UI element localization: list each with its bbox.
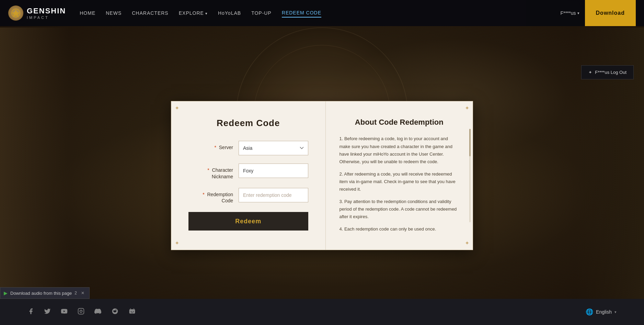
nav-redeem-code[interactable]: REDEEM CODE: [282, 9, 321, 18]
svg-point-6: [131, 311, 132, 312]
navbar-right: F****us Download: [560, 0, 636, 26]
redeem-submit-button[interactable]: Redeem: [188, 212, 308, 231]
modal-title: Redeem Code: [188, 118, 308, 128]
facebook-icon[interactable]: [27, 308, 34, 316]
logo-title: GENSHIN: [27, 7, 66, 15]
character-label-text: CharacterNickname: [212, 167, 233, 179]
instagram-icon[interactable]: [78, 308, 84, 316]
logout-text[interactable]: F****us Log Out: [595, 70, 626, 75]
about-point-2: 2. After redeeming a code, you will rece…: [340, 170, 459, 193]
language-dropdown-arrow[interactable]: ▾: [614, 310, 617, 314]
character-label: * CharacterNickname: [188, 164, 233, 179]
main-content: ✦ ✦ Redeem Code * Server Asia America Eu…: [0, 0, 644, 325]
svg-rect-2: [78, 308, 84, 314]
server-label-text: Server: [219, 145, 233, 150]
logo-subtitle: IMPACT: [27, 15, 66, 20]
character-row: * CharacterNickname: [188, 164, 308, 179]
logout-popup: ✦ F****us Log Out: [581, 65, 634, 79]
about-point-3: 3. Pay attention to the redemption condi…: [340, 198, 459, 221]
server-select[interactable]: Asia America Europe TW, HK, MO: [239, 141, 308, 155]
about-redemption-title: About Code Redemption: [340, 118, 459, 127]
scrollbar-track: [469, 129, 471, 222]
server-row: * Server Asia America Europe TW, HK, MO: [188, 141, 308, 155]
scrollbar-thumb[interactable]: [469, 129, 471, 156]
about-redemption-text: 1. Before redeeming a code, log in to yo…: [340, 135, 459, 233]
nav-hoyolab[interactable]: HoYoLAB: [218, 9, 241, 17]
server-required-star: *: [214, 145, 216, 150]
audio-download-text[interactable]: Download audio from this page: [10, 291, 72, 296]
server-label: * Server: [188, 141, 233, 150]
audio-close-icon[interactable]: ✕: [81, 291, 84, 295]
redemption-code-input[interactable]: [239, 188, 308, 202]
modal-left-panel: Redeem Code * Server Asia America Europe…: [171, 101, 326, 249]
redemption-required-star: *: [203, 192, 204, 197]
footer-right: 🌐 English ▾: [586, 308, 617, 316]
language-label: English: [596, 309, 612, 315]
audio-play-icon: ▶: [4, 290, 8, 296]
youtube-icon[interactable]: [60, 308, 68, 316]
about-point-4: 4. Each redemption code can only be used…: [340, 225, 459, 233]
logo-text-group: GENSHIN IMPACT: [27, 7, 66, 20]
download-button[interactable]: Download: [585, 0, 636, 26]
bilibili-icon[interactable]: [128, 308, 136, 316]
logo[interactable]: GENSHIN IMPACT: [8, 5, 66, 21]
about-point-1: 1. Before redeeming a code, log in to yo…: [340, 135, 459, 165]
nav-topup[interactable]: TOP-UP: [251, 9, 272, 17]
redemption-label: * RedemptionCode: [188, 188, 233, 204]
modal-overlay: ✦ ✦ Redeem Code * Server Asia America Eu…: [0, 87, 644, 264]
redeem-code-modal: ✦ ✦ Redeem Code * Server Asia America Eu…: [171, 101, 473, 250]
twitter-icon[interactable]: [44, 308, 51, 316]
audio-count: 2: [74, 291, 77, 295]
nav-home[interactable]: HOME: [80, 9, 95, 17]
modal-right-panel: About Code Redemption 1. Before redeemin…: [326, 101, 473, 249]
svg-point-7: [133, 311, 134, 312]
audio-download-bar: ▶ Download audio from this page 2 ✕: [0, 287, 90, 299]
nav-explore[interactable]: EXPLORE: [179, 9, 208, 17]
discord-icon[interactable]: [94, 308, 102, 316]
nav-characters[interactable]: CHARACTERS: [132, 9, 168, 17]
redemption-label-text: RedemptionCode: [207, 192, 233, 203]
nav-links: HOME NEWS CHARACTERS EXPLORE HoYoLAB TOP…: [80, 9, 321, 18]
footer: 🌐 English ▾: [0, 299, 644, 325]
nav-news[interactable]: NEWS: [106, 9, 122, 17]
logout-star-icon: ✦: [588, 70, 592, 75]
character-required-star: *: [207, 167, 209, 173]
navbar-left: GENSHIN IMPACT HOME NEWS CHARACTERS EXPL…: [8, 5, 321, 21]
globe-icon: 🌐: [586, 308, 593, 316]
user-account-button[interactable]: F****us: [560, 10, 579, 16]
reddit-icon[interactable]: [111, 308, 119, 316]
logo-icon: [8, 5, 23, 21]
navbar: GENSHIN IMPACT HOME NEWS CHARACTERS EXPL…: [0, 0, 644, 26]
redemption-code-row: * RedemptionCode: [188, 188, 308, 204]
corner-bl-icon: ✦: [175, 240, 179, 246]
social-icons-group: [27, 308, 136, 316]
character-nickname-input[interactable]: [239, 164, 308, 178]
